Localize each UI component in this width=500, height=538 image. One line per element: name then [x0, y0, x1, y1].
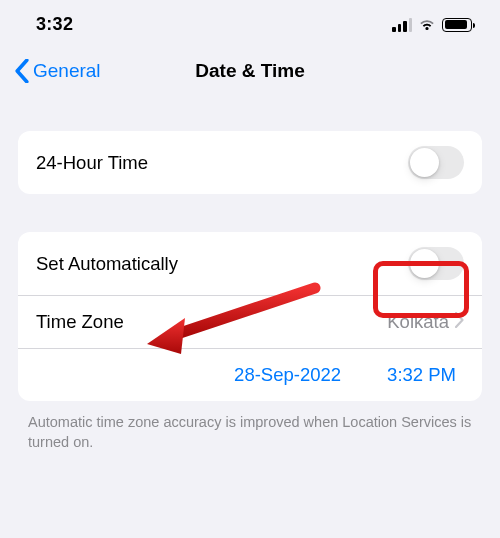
time-zone-value: Kolkata: [387, 311, 449, 333]
battery-icon: [442, 18, 472, 32]
time-value[interactable]: 3:32 PM: [387, 364, 456, 386]
footer-note: Automatic time zone accuracy is improved…: [28, 413, 472, 452]
toggle-24-hour-time[interactable]: [408, 146, 464, 179]
wifi-icon: [418, 18, 436, 32]
back-label: General: [33, 60, 101, 82]
status-time: 3:32: [36, 14, 73, 35]
cell-signal-icon: [392, 18, 412, 32]
chevron-right-icon: [455, 312, 464, 332]
date-value[interactable]: 28-Sep-2022: [234, 364, 341, 386]
row-set-automatically[interactable]: Set Automatically: [18, 232, 482, 295]
status-bar: 3:32: [0, 0, 500, 45]
nav-bar: General Date & Time: [0, 45, 500, 97]
back-button[interactable]: General: [0, 59, 101, 83]
settings-group-2: Set Automatically Time Zone Kolkata 28-S…: [18, 232, 482, 401]
row-label: Time Zone: [36, 311, 124, 333]
row-24-hour-time[interactable]: 24-Hour Time: [18, 131, 482, 194]
row-label: 24-Hour Time: [36, 152, 148, 174]
row-date-time[interactable]: 28-Sep-2022 3:32 PM: [18, 348, 482, 401]
settings-group-1: 24-Hour Time: [18, 131, 482, 194]
chevron-left-icon: [14, 59, 30, 83]
row-label: Set Automatically: [36, 253, 178, 275]
toggle-set-automatically[interactable]: [408, 247, 464, 280]
status-indicators: [392, 18, 472, 32]
row-time-zone[interactable]: Time Zone Kolkata: [18, 295, 482, 348]
